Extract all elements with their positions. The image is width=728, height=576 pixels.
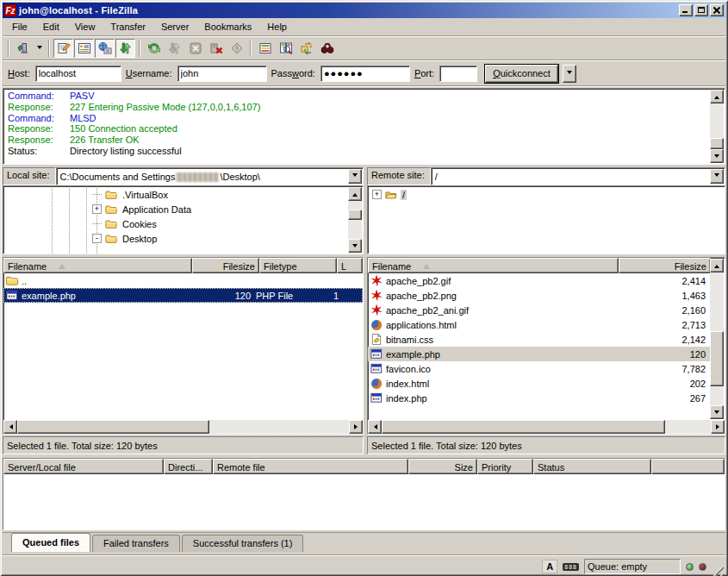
collapse-icon[interactable]: - bbox=[92, 234, 102, 243]
ico-file-icon bbox=[370, 362, 383, 375]
resize-grip[interactable] bbox=[712, 564, 724, 576]
scroll-right-button[interactable] bbox=[349, 420, 363, 434]
minimize-button[interactable] bbox=[679, 4, 693, 16]
menu-file[interactable]: File bbox=[4, 20, 35, 34]
file-row[interactable]: apache_pb2_ani.gif2,160 bbox=[368, 303, 711, 317]
menu-view[interactable]: View bbox=[67, 20, 103, 34]
refresh-button[interactable] bbox=[144, 39, 164, 58]
file-row-example-php[interactable]: example.php120 bbox=[368, 347, 711, 361]
refresh-icon bbox=[147, 41, 161, 55]
local-tree-scrollbar[interactable] bbox=[348, 187, 362, 253]
log-scrollbar[interactable] bbox=[710, 90, 724, 163]
remote-list-scrollbar[interactable] bbox=[710, 259, 724, 419]
expand-icon[interactable]: + bbox=[372, 190, 382, 199]
tree-item-desktop[interactable]: - Desktop bbox=[3, 231, 348, 246]
toggle-local-tree-button[interactable] bbox=[74, 39, 94, 58]
file-row[interactable]: favicon.ico7,782 bbox=[368, 361, 711, 376]
toggle-remote-tree-button[interactable] bbox=[95, 39, 115, 58]
file-row[interactable]: index.html202 bbox=[368, 376, 711, 391]
file-row-example-php[interactable]: example.php 120 PHP File 1 bbox=[3, 288, 363, 303]
tab-queued-files[interactable]: Queued files bbox=[11, 533, 90, 552]
column-filetype[interactable]: Filetype bbox=[259, 258, 337, 273]
column-server-local-file[interactable]: Server/Local file bbox=[3, 459, 164, 474]
menu-bookmarks[interactable]: Bookmarks bbox=[196, 20, 259, 34]
remote-pane: Remote site: / + / Filename bbox=[367, 167, 725, 454]
site-manager-dropdown[interactable] bbox=[34, 39, 45, 58]
tree-item-root[interactable]: + / bbox=[368, 187, 710, 202]
column-size[interactable]: Size bbox=[408, 459, 477, 474]
file-row[interactable]: index.php267 bbox=[368, 391, 711, 405]
menu-transfer[interactable]: Transfer bbox=[103, 20, 153, 34]
column-filename[interactable]: Filename bbox=[368, 258, 619, 273]
remote-path-combobox[interactable]: / bbox=[431, 167, 725, 185]
column-filesize[interactable]: Filesize bbox=[192, 258, 259, 273]
filter-button[interactable] bbox=[255, 39, 275, 58]
scroll-down-button[interactable] bbox=[710, 405, 724, 419]
menu-edit[interactable]: Edit bbox=[35, 20, 67, 34]
file-row-parent-dir[interactable]: .. bbox=[3, 273, 363, 288]
quickconnect-button[interactable]: Quickconnect bbox=[485, 65, 558, 83]
column-filesize[interactable]: Filesize bbox=[619, 258, 711, 273]
scroll-thumb[interactable] bbox=[17, 420, 209, 434]
toggle-message-log-button[interactable] bbox=[53, 39, 73, 58]
column-direction[interactable]: Directi... bbox=[164, 459, 213, 474]
apache-feather-icon bbox=[370, 289, 383, 302]
local-list-hscrollbar[interactable] bbox=[3, 420, 363, 434]
message-log: Command:PASV Response:227 Entering Passi… bbox=[3, 88, 725, 165]
process-queue-button[interactable] bbox=[165, 39, 184, 58]
password-input[interactable] bbox=[320, 66, 410, 82]
menu-help[interactable]: Help bbox=[259, 20, 295, 34]
local-path-combobox[interactable]: C:\Documents and Settings\Desktop\ bbox=[56, 167, 364, 185]
scroll-down-button[interactable] bbox=[348, 239, 362, 253]
php-file-icon bbox=[5, 289, 19, 302]
expand-icon[interactable]: + bbox=[92, 204, 102, 214]
column-last-modified[interactable]: L bbox=[337, 258, 363, 273]
file-row[interactable]: apache_pb2.png1,463 bbox=[368, 288, 711, 303]
menu-server[interactable]: Server bbox=[153, 20, 196, 34]
toggle-transfer-queue-button[interactable] bbox=[115, 39, 135, 58]
tree-item-virtualbox[interactable]: .VirtualBox bbox=[3, 187, 348, 202]
host-input[interactable] bbox=[35, 66, 121, 82]
scroll-up-button[interactable] bbox=[710, 259, 724, 272]
quickconnect-dropdown[interactable] bbox=[563, 65, 576, 83]
scroll-up-button[interactable] bbox=[348, 187, 362, 201]
synchronized-browsing-button[interactable] bbox=[296, 39, 316, 58]
find-files-icon bbox=[320, 41, 334, 55]
column-filename[interactable]: Filename bbox=[3, 258, 192, 273]
column-status[interactable]: Status bbox=[533, 459, 651, 474]
find-files-button[interactable] bbox=[317, 39, 337, 58]
file-row[interactable]: bitnami.css2,142 bbox=[368, 332, 711, 347]
site-manager-button[interactable] bbox=[13, 39, 33, 58]
column-remote-file[interactable]: Remote file bbox=[213, 459, 408, 474]
local-path-dropdown[interactable] bbox=[348, 169, 362, 184]
username-input[interactable] bbox=[177, 66, 267, 82]
tab-failed-transfers[interactable]: Failed transfers bbox=[92, 535, 180, 552]
remote-path-dropdown[interactable] bbox=[710, 169, 724, 184]
local-tree-icon bbox=[78, 41, 91, 55]
file-row[interactable]: applications.html2,713 bbox=[368, 317, 711, 332]
scroll-thumb[interactable] bbox=[710, 331, 724, 387]
port-input[interactable] bbox=[439, 66, 477, 82]
directory-comparison-button[interactable] bbox=[276, 39, 296, 58]
scroll-left-button[interactable] bbox=[3, 420, 17, 434]
tab-successful-transfers[interactable]: Successful transfers (1) bbox=[182, 535, 304, 552]
title-bar[interactable]: Fz john@localhost - FileZilla bbox=[3, 3, 725, 18]
disconnect-button[interactable] bbox=[206, 39, 226, 58]
scroll-thumb[interactable] bbox=[382, 420, 665, 434]
scroll-thumb[interactable] bbox=[710, 138, 724, 149]
scroll-up-button[interactable] bbox=[710, 90, 724, 103]
column-priority[interactable]: Priority bbox=[477, 459, 533, 474]
maximize-button[interactable] bbox=[694, 4, 708, 16]
scroll-right-button[interactable] bbox=[711, 420, 725, 434]
scroll-down-button[interactable] bbox=[710, 149, 724, 163]
scroll-thumb[interactable] bbox=[348, 210, 362, 220]
close-button[interactable] bbox=[710, 4, 724, 16]
remote-list-hscrollbar[interactable] bbox=[368, 420, 725, 434]
cancel-operation-button[interactable] bbox=[185, 39, 205, 58]
tree-item-cookies[interactable]: Cookies bbox=[3, 216, 348, 231]
file-row[interactable]: apache_pb2.gif2,414 bbox=[368, 273, 711, 288]
reconnect-button[interactable] bbox=[227, 39, 246, 58]
folder-icon bbox=[5, 274, 19, 287]
scroll-left-button[interactable] bbox=[368, 420, 382, 434]
tree-item-application-data[interactable]: + Application Data bbox=[3, 202, 348, 216]
